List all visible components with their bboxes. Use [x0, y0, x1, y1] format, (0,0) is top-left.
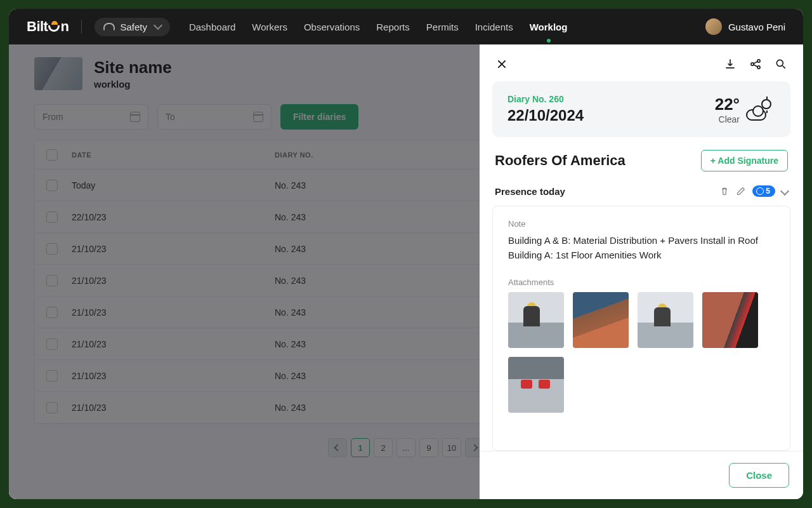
- user-name: Gustavo Peni: [728, 22, 785, 32]
- add-signature-button[interactable]: + Add Signature: [701, 150, 788, 171]
- delete-button[interactable]: [719, 186, 730, 196]
- search-icon: [775, 58, 787, 70]
- share-icon: [749, 58, 762, 70]
- top-nav: Biltn Safety Dashboard Workers Observati…: [9, 9, 803, 44]
- panel-toolbar: [480, 44, 803, 81]
- diary-number: Diary No. 260: [508, 94, 584, 104]
- temperature: 22°: [715, 95, 740, 114]
- attachment-thumb[interactable]: [702, 292, 758, 348]
- attachments: [508, 292, 775, 413]
- nav-links: Dashboard Workers Observations Reports P…: [189, 22, 567, 32]
- condition: Clear: [715, 114, 740, 124]
- attachment-thumb[interactable]: [573, 292, 629, 348]
- main-area: Site name worklog From To Filter diaries: [9, 44, 803, 499]
- attachment-thumb[interactable]: [508, 357, 564, 413]
- weather: 22° Clear: [715, 95, 775, 124]
- diary-panel: Diary No. 260 22/10/2024 22° Clear Roofe…: [480, 44, 803, 499]
- diary-header-card: Diary No. 260 22/10/2024 22° Clear: [492, 81, 790, 137]
- download-button[interactable]: [723, 57, 737, 71]
- presence-row: Presence today 5: [480, 183, 803, 206]
- attachment-thumb[interactable]: [638, 292, 693, 348]
- edit-button[interactable]: [736, 186, 746, 196]
- download-icon: [724, 58, 737, 70]
- svg-point-3: [776, 60, 783, 66]
- nav-workers[interactable]: Workers: [252, 22, 287, 32]
- nav-worklog[interactable]: Worklog: [530, 22, 568, 32]
- avatar: [705, 18, 722, 35]
- trash-icon: [719, 186, 730, 196]
- panel-footer: Close: [480, 451, 803, 499]
- edit-icon: [736, 186, 746, 196]
- share-button[interactable]: [749, 57, 763, 71]
- close-panel[interactable]: [495, 57, 509, 71]
- divider: [81, 20, 82, 34]
- company-name: Roofers Of America: [495, 152, 625, 169]
- safety-label: Safety: [120, 22, 147, 32]
- search-button[interactable]: [774, 57, 788, 71]
- attachment-thumb[interactable]: [508, 292, 564, 348]
- nav-incidents[interactable]: Incidents: [475, 22, 513, 32]
- safety-selector[interactable]: Safety: [95, 18, 170, 36]
- presence-label: Presence today: [495, 186, 565, 197]
- company-row: Roofers Of America + Add Signature: [480, 150, 803, 183]
- presence-count-pill[interactable]: 5: [752, 185, 775, 197]
- chevron-down-icon: [154, 21, 162, 30]
- note-text: Building A & B: Material Distribution + …: [508, 234, 775, 262]
- hardhat-icon: [103, 23, 115, 30]
- nav-dashboard[interactable]: Dashboard: [189, 22, 235, 32]
- expand-toggle[interactable]: [780, 187, 789, 196]
- close-icon: [497, 59, 507, 69]
- user-menu[interactable]: Gustavo Peni: [705, 18, 785, 35]
- weather-icon: [746, 98, 775, 121]
- nav-observations[interactable]: Observations: [304, 22, 360, 32]
- nav-permits[interactable]: Permits: [426, 22, 459, 32]
- diary-date: 22/10/2024: [508, 107, 584, 124]
- brand-logo[interactable]: Biltn: [27, 18, 69, 35]
- nav-reports[interactable]: Reports: [376, 22, 410, 32]
- note-card: Note Building A & B: Material Distributi…: [492, 206, 790, 451]
- close-button[interactable]: Close: [729, 463, 789, 488]
- note-label: Note: [508, 219, 775, 229]
- attachments-label: Attachments: [508, 277, 775, 287]
